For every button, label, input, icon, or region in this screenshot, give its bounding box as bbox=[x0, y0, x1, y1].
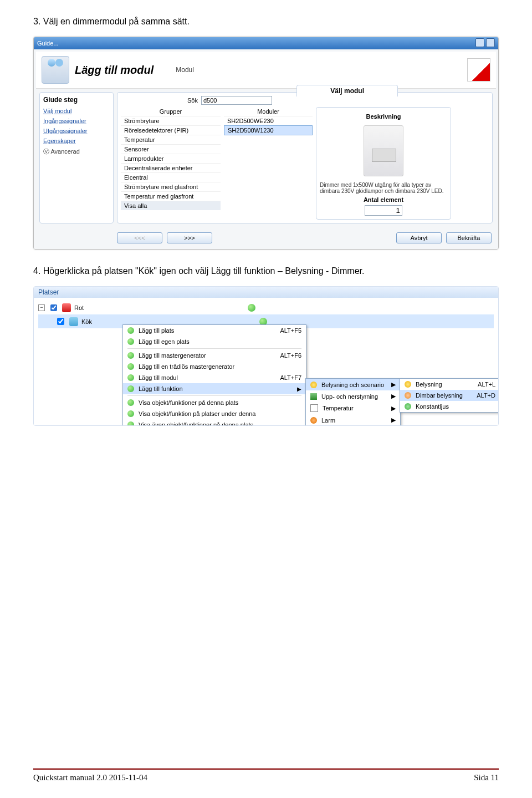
wizard-buttons: <<< >>> Avbryt Bekräfta bbox=[36, 229, 496, 247]
group-item[interactable]: Larmprodukter bbox=[121, 154, 221, 163]
menu-item[interactable]: Visa objekt/funktion på platser under de… bbox=[123, 408, 306, 419]
confirm-button[interactable]: Bekräfta bbox=[446, 232, 492, 243]
context-menu[interactable]: Lägg till platsALT+F5 Lägg till egen pla… bbox=[122, 324, 306, 426]
group-item[interactable]: Elcentral bbox=[121, 172, 221, 182]
submenu-arrow-icon: ▶ bbox=[391, 381, 396, 388]
submenu-arrow-icon: ▶ bbox=[391, 405, 396, 412]
submenu-item-lighting[interactable]: Belysning och scenario▶ bbox=[306, 379, 400, 390]
submenu-arrow-icon: ▶ bbox=[391, 393, 396, 400]
step-3-text: 3. Välj en dimmermodul på samma sätt. bbox=[33, 17, 499, 27]
menu-item[interactable]: Visa objekt/funktioner på denna plats bbox=[123, 397, 306, 408]
sidebar-heading: Giude steg bbox=[43, 96, 110, 104]
count-label: Antal element bbox=[320, 196, 447, 203]
submenu-arrow-icon: ▶ bbox=[297, 386, 301, 392]
dialog-subheading: Modul bbox=[176, 66, 194, 74]
submenu-item-belysning[interactable]: BelysningALT+L bbox=[400, 379, 499, 390]
groups-column: Grupper Strömbrytare Rörelsedetektorer (… bbox=[121, 107, 221, 220]
submenu-item[interactable]: Upp- och nerstyrning▶ bbox=[306, 390, 400, 402]
window-titlebar: Guide... bbox=[34, 37, 498, 49]
submenu-function-type[interactable]: Belysning och scenario▶ Upp- och nerstyr… bbox=[305, 378, 401, 426]
sidebar-advanced[interactable]: ⓥ Avancerad bbox=[43, 146, 110, 157]
add-icon bbox=[127, 338, 134, 345]
minimize-icon[interactable] bbox=[475, 38, 484, 47]
menu-item[interactable]: Lägg till modulALT+F7 bbox=[123, 372, 306, 383]
page-footer: Quickstart manual 2.0 2015-11-04 Sida 11 bbox=[33, 768, 499, 782]
platser-panel: Platser − Rot Kök Lägg till platsALT+F5 … bbox=[33, 286, 499, 426]
group-item[interactable]: Sensorer bbox=[121, 144, 221, 154]
show-icon bbox=[127, 410, 134, 417]
submenu-item[interactable]: Larm▶ bbox=[306, 414, 400, 426]
footer-right: Sida 11 bbox=[474, 773, 499, 782]
module-item[interactable]: SH2D500WE230 bbox=[224, 116, 313, 125]
product-image bbox=[364, 125, 403, 176]
dimmer-icon bbox=[405, 392, 411, 399]
group-item[interactable]: Temperatur bbox=[121, 135, 221, 144]
footer-left: Quickstart manual 2.0 2015-11-04 bbox=[33, 773, 147, 782]
add-icon bbox=[127, 363, 134, 370]
group-item[interactable]: Decentraliserade enheter bbox=[121, 163, 221, 172]
add-icon bbox=[127, 385, 134, 392]
submenu-arrow-icon: ▶ bbox=[391, 416, 396, 424]
submenu-item-konstant[interactable]: Konstantljus bbox=[400, 401, 499, 412]
count-spinner[interactable] bbox=[365, 205, 402, 216]
show-icon bbox=[127, 399, 134, 406]
brand-logo-icon bbox=[467, 58, 490, 82]
thermometer-icon bbox=[310, 404, 318, 412]
menu-item[interactable]: Lägg till mastergeneratorALT+F6 bbox=[123, 350, 306, 361]
group-item[interactable]: Strömbrytare med glasfront bbox=[121, 182, 221, 191]
group-item[interactable]: Strömbrytare bbox=[121, 116, 221, 125]
close-icon[interactable] bbox=[486, 38, 495, 47]
group-item[interactable]: Rörelsedetektorer (PIR) bbox=[121, 125, 221, 135]
group-item-showall[interactable]: Visa alla bbox=[121, 201, 221, 210]
groups-header: Grupper bbox=[121, 107, 221, 116]
menu-item[interactable]: Visa även objekt/funktioner på denna pla… bbox=[123, 419, 306, 426]
add-icon bbox=[127, 352, 134, 359]
dialog-heading: Lägg till modul bbox=[75, 64, 154, 77]
description-text: Dimmer med 1x500W utgång för alla typer … bbox=[320, 182, 447, 194]
modules-column: Moduler SH2D500WE230 SH2D500W1230 bbox=[224, 107, 313, 220]
root-checkbox[interactable] bbox=[50, 304, 57, 311]
search-input[interactable] bbox=[201, 96, 272, 105]
updown-icon bbox=[310, 393, 317, 400]
panel-title: Platser bbox=[34, 287, 498, 298]
window-title: Guide... bbox=[37, 40, 59, 47]
bulb-icon bbox=[405, 381, 411, 388]
show-icon bbox=[127, 421, 134, 426]
add-icon bbox=[127, 374, 134, 381]
root-label: Rot bbox=[74, 304, 84, 311]
kok-label: Kök bbox=[81, 318, 92, 325]
menu-item[interactable]: Lägg till en trådlös mastergenerator bbox=[123, 361, 306, 372]
menu-item[interactable]: Lägg till egen plats bbox=[123, 336, 306, 347]
submenu-item[interactable]: Temperatur▶ bbox=[306, 402, 400, 414]
wizard-sidebar: Giude steg Välj modul Ingångssignaler Ut… bbox=[39, 92, 114, 223]
kok-icon bbox=[69, 317, 78, 326]
group-item[interactable]: Temperatur med glasfront bbox=[121, 191, 221, 201]
description-panel: Beskrivning Dimmer med 1x500W utgång för… bbox=[316, 107, 451, 220]
tree-node-root[interactable]: − Rot bbox=[38, 303, 494, 313]
module-item-selected[interactable]: SH2D500W1230 bbox=[224, 125, 313, 135]
menu-item-add-function[interactable]: Lägg till funktion▶ bbox=[123, 383, 306, 394]
step-4-text: 4. Högerklicka på platsen "Kök" igen och… bbox=[33, 266, 499, 276]
modules-header: Moduler bbox=[224, 107, 313, 116]
kok-checkbox[interactable] bbox=[57, 318, 64, 325]
root-icon bbox=[62, 303, 71, 312]
guide-dialog: Guide... Lägg till modul Modul Giude ste… bbox=[33, 37, 499, 250]
submenu-lighting-type[interactable]: BelysningALT+L Dimbar belysningALT+D Kon… bbox=[400, 378, 499, 413]
panel-tab: Välj modul bbox=[296, 85, 398, 96]
module-cube-icon bbox=[42, 56, 69, 84]
cancel-button[interactable]: Avbryt bbox=[396, 232, 442, 243]
constant-icon bbox=[405, 403, 411, 410]
sidebar-item[interactable]: Ingångssignaler bbox=[43, 116, 110, 126]
description-header: Beskrivning bbox=[320, 113, 447, 120]
bulb-icon bbox=[310, 382, 317, 388]
sidebar-item[interactable]: Egenskaper bbox=[43, 136, 110, 146]
submenu-item-dimbar[interactable]: Dimbar belysningALT+D bbox=[400, 390, 499, 401]
forward-button[interactable]: >>> bbox=[167, 232, 212, 243]
menu-item[interactable]: Lägg till platsALT+F5 bbox=[123, 325, 306, 336]
expand-icon[interactable]: − bbox=[38, 304, 45, 311]
back-button: <<< bbox=[117, 232, 162, 243]
sidebar-item[interactable]: Välj modul bbox=[43, 106, 110, 116]
module-picker-panel: Välj modul Sök Grupper Strömbrytare Röre… bbox=[117, 92, 493, 223]
window-controls[interactable] bbox=[474, 38, 495, 48]
sidebar-item[interactable]: Utgångssignaler bbox=[43, 126, 110, 136]
